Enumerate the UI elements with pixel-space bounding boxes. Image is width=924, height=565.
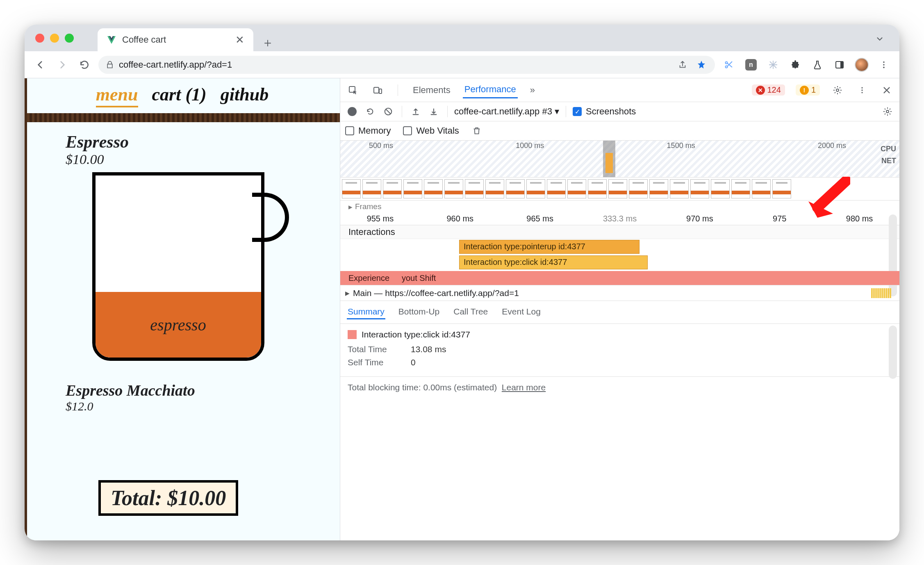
- nav-menu[interactable]: menu: [96, 84, 138, 107]
- ruler-tick: 980 ms: [819, 214, 899, 223]
- share-icon[interactable]: [676, 59, 689, 71]
- url-text: coffee-cart.netlify.app/?ad=1: [119, 59, 232, 70]
- forward-button[interactable]: [54, 57, 71, 73]
- ruler-tick: 970 ms: [660, 214, 740, 223]
- tab-elements[interactable]: Elements: [411, 82, 452, 98]
- record-button[interactable]: [345, 105, 359, 118]
- recording-dropdown[interactable]: coffee-cart.netlify.app #3 ▾: [454, 106, 559, 117]
- snowflake-icon[interactable]: [765, 57, 781, 73]
- new-tab-button[interactable]: ＋: [259, 34, 276, 51]
- screenshots-checkbox[interactable]: ✓ Screenshots: [573, 106, 636, 117]
- filmstrip-thumb[interactable]: [608, 179, 627, 198]
- nav-cart[interactable]: cart (1): [152, 84, 207, 107]
- screenshot-filmstrip[interactable]: [340, 178, 899, 200]
- filmstrip-thumb[interactable]: [711, 179, 730, 198]
- filmstrip-thumb[interactable]: [424, 179, 443, 198]
- inspect-element-icon[interactable]: [346, 83, 360, 97]
- bookmark-star-icon[interactable]: [695, 59, 708, 71]
- memory-checkbox[interactable]: Memory: [345, 125, 391, 136]
- tab-performance[interactable]: Performance: [463, 82, 518, 98]
- summary-swatch-icon: [348, 330, 357, 339]
- garbage-collect-icon[interactable]: [470, 124, 484, 138]
- close-window-icon[interactable]: [35, 34, 44, 43]
- svg-point-11: [861, 87, 863, 88]
- main-thread-row[interactable]: ▶ Main — https://coffee-cart.netlify.app…: [340, 285, 899, 301]
- reload-record-button[interactable]: [363, 105, 377, 118]
- svg-point-5: [883, 64, 885, 66]
- device-toolbar-icon[interactable]: [371, 83, 385, 97]
- tab-call-tree[interactable]: Call Tree: [453, 305, 489, 319]
- browser-tab[interactable]: Coffee cart ✕: [98, 28, 253, 51]
- address-bar[interactable]: coffee-cart.netlify.app/?ad=1: [98, 56, 715, 74]
- ruler-tick: 333.3 ms: [580, 214, 660, 223]
- maximize-window-icon[interactable]: [65, 34, 74, 43]
- extension-n-icon[interactable]: n: [743, 57, 759, 73]
- svg-point-6: [883, 66, 885, 68]
- interaction-bar-pointerup[interactable]: Interaction type:pointerup id:4377: [459, 240, 640, 254]
- webvitals-checkbox[interactable]: Web Vitals: [403, 125, 459, 136]
- filmstrip-thumb[interactable]: [362, 179, 381, 198]
- overview-strip[interactable]: 500 ms 1000 ms 1500 ms 2000 ms CPU NET: [340, 141, 899, 178]
- filmstrip-thumb[interactable]: [547, 179, 566, 198]
- learn-more-link[interactable]: Learn more: [502, 383, 546, 392]
- filmstrip-thumb[interactable]: [506, 179, 525, 198]
- scrollbar[interactable]: [889, 326, 897, 379]
- tabs-overflow-icon[interactable]: »: [528, 82, 537, 98]
- filmstrip-thumb[interactable]: [731, 179, 750, 198]
- close-devtools-icon[interactable]: [880, 83, 894, 97]
- experience-section[interactable]: Experience yout Shift: [340, 271, 899, 285]
- flamechart-area[interactable]: ▸Frames 955 ms 960 ms 965 ms 333.3 ms 97…: [340, 200, 899, 301]
- nav-github[interactable]: github: [221, 84, 269, 107]
- flask-icon[interactable]: [809, 57, 826, 73]
- kebab-menu-icon[interactable]: [855, 83, 869, 97]
- upload-icon[interactable]: [409, 105, 423, 118]
- settings-icon[interactable]: [831, 83, 844, 97]
- perf-options-row: Memory Web Vitals: [340, 121, 899, 141]
- back-button[interactable]: [32, 57, 48, 73]
- error-count-pill[interactable]: ✕124: [752, 84, 785, 96]
- warning-count-pill[interactable]: !1: [796, 84, 820, 96]
- filmstrip-thumb[interactable]: [629, 179, 648, 198]
- filmstrip-thumb[interactable]: [342, 179, 361, 198]
- interaction-bar-click[interactable]: Interaction type:click id:4377: [459, 255, 648, 269]
- filmstrip-thumb[interactable]: [567, 179, 586, 198]
- minimize-window-icon[interactable]: [50, 34, 59, 43]
- filmstrip-thumb[interactable]: [690, 179, 709, 198]
- interactions-section[interactable]: Interactions: [340, 225, 899, 239]
- summary-title: Interaction type:click id:4377: [362, 330, 470, 339]
- reload-button[interactable]: [76, 57, 93, 73]
- browser-menu-icon[interactable]: [876, 57, 892, 73]
- tab-summary[interactable]: Summary: [347, 305, 385, 319]
- filmstrip-thumb[interactable]: [588, 179, 607, 198]
- tab-event-log[interactable]: Event Log: [501, 305, 542, 319]
- scissors-icon[interactable]: [721, 57, 737, 73]
- interactions-track[interactable]: Interaction type:pointerup id:4377 Inter…: [340, 239, 899, 271]
- ruler-tick: 955 ms: [340, 214, 420, 223]
- cart-total-button[interactable]: Total: $10.00: [98, 480, 238, 516]
- filmstrip-thumb[interactable]: [670, 179, 689, 198]
- overview-selection[interactable]: [603, 141, 615, 177]
- download-icon[interactable]: [427, 105, 441, 118]
- filmstrip-thumb[interactable]: [485, 179, 504, 198]
- close-tab-icon[interactable]: ✕: [235, 34, 244, 46]
- clear-button[interactable]: [381, 105, 395, 118]
- profile-avatar[interactable]: [853, 57, 870, 73]
- filmstrip-thumb[interactable]: [526, 179, 545, 198]
- expand-triangle-icon[interactable]: ▶: [345, 290, 350, 296]
- filmstrip-thumb[interactable]: [383, 179, 402, 198]
- extensions-puzzle-icon[interactable]: [787, 57, 803, 73]
- side-panel-icon[interactable]: [831, 57, 848, 73]
- capture-settings-icon[interactable]: [881, 105, 894, 118]
- filmstrip-thumb[interactable]: [465, 179, 484, 198]
- experience-text: yout Shift: [402, 273, 436, 283]
- filmstrip-thumb[interactable]: [403, 179, 422, 198]
- filmstrip-thumb[interactable]: [752, 179, 771, 198]
- checkbox-icon: [345, 126, 354, 135]
- mug-illustration[interactable]: espresso: [84, 172, 281, 365]
- filmstrip-thumb[interactable]: [649, 179, 668, 198]
- chevron-down-icon[interactable]: [872, 31, 888, 47]
- svg-point-15: [886, 110, 889, 113]
- filmstrip-thumb[interactable]: [772, 179, 791, 198]
- filmstrip-thumb[interactable]: [444, 179, 463, 198]
- tab-bottom-up[interactable]: Bottom-Up: [398, 305, 440, 319]
